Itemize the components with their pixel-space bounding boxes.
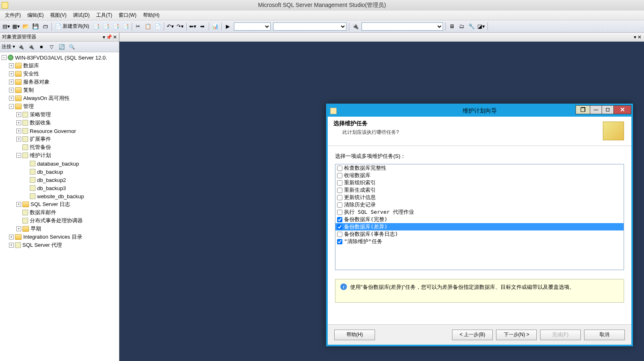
tree-plan[interactable]: database_backup xyxy=(37,161,79,167)
panel-dropdown-icon[interactable]: ▾ xyxy=(103,34,105,40)
task-checkbox[interactable] xyxy=(337,180,342,186)
tree-security[interactable]: 安全性 xyxy=(23,70,39,78)
execute-button[interactable]: ▶ xyxy=(223,22,232,31)
tree-legacy[interactable]: 早期 xyxy=(31,225,41,233)
xmla-query-button[interactable]: 📑 xyxy=(121,22,130,31)
tree-toggle[interactable]: + xyxy=(9,71,14,76)
task-item[interactable]: 备份数据库(事务日志) xyxy=(335,230,624,238)
tree-plan[interactable]: db_backup xyxy=(37,169,63,175)
menu-view[interactable]: 视图(V) xyxy=(47,11,70,20)
task-checkbox[interactable] xyxy=(337,210,342,215)
task-checkbox[interactable] xyxy=(337,239,342,244)
tree-toggle[interactable]: + xyxy=(16,112,21,117)
menu-debug[interactable]: 调试(D) xyxy=(70,11,93,20)
new-query-button[interactable]: 📄新建查询(N) xyxy=(53,23,91,30)
tree-toggle[interactable]: + xyxy=(9,88,14,93)
new-project-button[interactable]: ▤▾ xyxy=(2,22,11,31)
tree-server-objects[interactable]: 服务器对象 xyxy=(23,78,50,86)
activity-monitor-button[interactable]: 📊 xyxy=(211,22,220,31)
menu-window[interactable]: 窗口(W) xyxy=(115,11,139,20)
tree-managedbackup[interactable]: 托管备份 xyxy=(30,144,51,151)
tree-policy[interactable]: 策略管理 xyxy=(30,111,51,118)
tree-datacollection[interactable]: 数据收集 xyxy=(30,119,51,126)
paste-button[interactable]: 📄 xyxy=(153,22,162,31)
tree-toggle[interactable]: + xyxy=(16,128,21,133)
menu-help[interactable]: 帮助(H) xyxy=(140,11,163,20)
debug-combo[interactable] xyxy=(273,22,346,31)
menu-file[interactable]: 文件(F) xyxy=(2,11,24,20)
minimize-button[interactable]: — xyxy=(590,105,602,114)
object-explorer-button[interactable]: 🗂 xyxy=(457,22,466,31)
tree-toggle[interactable]: + xyxy=(16,137,21,142)
template-explorer-button[interactable]: 🔧 xyxy=(467,22,476,31)
task-item[interactable]: "清除维护"任务 xyxy=(335,238,624,245)
tree-management[interactable]: 管理 xyxy=(23,103,34,110)
tree-agent[interactable]: SQL Server 代理 xyxy=(22,241,62,249)
menu-tools[interactable]: 工具(T) xyxy=(93,11,115,20)
stop-icon[interactable]: ■ xyxy=(37,42,46,51)
task-item[interactable]: 备份数据库(差异) xyxy=(335,223,624,230)
task-item[interactable]: 更新统计信息 xyxy=(335,194,624,201)
task-item[interactable]: 收缩数据库 xyxy=(335,172,624,179)
task-item[interactable]: 重新生成索引 xyxy=(335,186,624,194)
tree-toggle[interactable]: + xyxy=(9,235,14,239)
task-item[interactable]: 重新组织索引 xyxy=(335,179,624,186)
save-all-button[interactable]: 🗃 xyxy=(41,22,50,31)
next-button[interactable]: 下一步(N) > xyxy=(496,330,537,340)
task-item[interactable]: 执行 SQL Server 代理作业 xyxy=(335,208,624,216)
tree-toggle[interactable]: + xyxy=(9,96,14,101)
mdx-query-button[interactable]: 📑 xyxy=(101,22,110,31)
task-item[interactable]: 清除历史记录 xyxy=(335,201,624,208)
restore-down-icon[interactable]: ❐ xyxy=(576,105,590,114)
task-checkbox[interactable] xyxy=(337,232,342,237)
tree[interactable]: −WIN-83FVDG3ALVL (SQL Server 12.0. +数据库 … xyxy=(0,52,119,361)
connect-dropdown[interactable]: 连接 ▾ xyxy=(2,43,15,50)
tree-toggle[interactable]: + xyxy=(16,120,21,125)
filter-icon[interactable]: ▽ xyxy=(47,42,56,51)
tree-toggle[interactable]: − xyxy=(16,153,21,158)
refresh-icon[interactable]: 🔄 xyxy=(57,42,66,51)
open-file-button[interactable]: 📂 xyxy=(21,22,30,31)
task-checkbox[interactable] xyxy=(337,195,342,200)
copy-button[interactable]: 📋 xyxy=(143,22,152,31)
registered-servers-button[interactable]: 🖥 xyxy=(448,22,457,31)
tree-toggle[interactable]: − xyxy=(9,104,14,109)
tree-resourcegovernor[interactable]: Resource Governor xyxy=(30,128,76,134)
server-combo[interactable] xyxy=(362,22,443,31)
tree-toggle[interactable]: + xyxy=(16,226,21,231)
task-checkbox[interactable] xyxy=(337,202,342,208)
tree-maintenanceplans[interactable]: 维护计划 xyxy=(30,152,51,159)
cut-button[interactable]: ✂ xyxy=(134,22,143,31)
task-item[interactable]: 备份数据库(完整) xyxy=(335,216,624,223)
de-query-button[interactable]: 📑 xyxy=(92,22,101,31)
tree-sqllogs[interactable]: SQL Server 日志 xyxy=(31,201,70,208)
add-button[interactable]: ▦▾ xyxy=(11,22,20,31)
disconnect-icon[interactable]: 🔌 xyxy=(26,42,35,51)
tab-close-icon[interactable]: ▾ ✕ xyxy=(634,34,642,40)
search-icon[interactable]: 🔍 xyxy=(67,42,76,51)
redo-button[interactable]: ↷▾ xyxy=(176,22,185,31)
tree-integration[interactable]: Integration Services 目录 xyxy=(23,233,82,241)
maximize-button[interactable]: ☐ xyxy=(602,105,614,114)
task-checkbox[interactable] xyxy=(337,166,342,171)
tree-plan[interactable]: website_db_backup xyxy=(37,193,84,199)
task-item[interactable]: 检查数据库完整性 xyxy=(335,164,624,172)
tree-toggle[interactable]: + xyxy=(16,202,21,207)
nav-back-button[interactable]: ⬅▾ xyxy=(188,22,197,31)
undo-button[interactable]: ↶▾ xyxy=(166,22,175,31)
nav-fwd-button[interactable]: ➡ xyxy=(198,22,207,31)
tree-dbmail[interactable]: 数据库邮件 xyxy=(30,209,56,216)
properties-button[interactable]: ◪▾ xyxy=(477,22,486,31)
help-button[interactable]: 帮助(H) xyxy=(334,330,375,340)
tree-extendedevents[interactable]: 扩展事件 xyxy=(30,135,51,143)
connect-icon[interactable]: 🔌 xyxy=(16,42,25,51)
database-combo[interactable] xyxy=(234,22,271,31)
task-checkbox[interactable] xyxy=(337,188,342,193)
task-list[interactable]: 检查数据库完整性收缩数据库重新组织索引重新生成索引更新统计信息清除历史记录执行 … xyxy=(335,164,624,270)
tree-plan[interactable]: db_backup3 xyxy=(37,185,66,191)
tree-plan[interactable]: db_backup2 xyxy=(37,177,66,183)
cancel-button[interactable]: 取消 xyxy=(584,330,625,340)
tree-toggle[interactable]: + xyxy=(9,243,14,248)
tree-dtc[interactable]: 分布式事务处理协调器 xyxy=(30,217,83,224)
tree-server[interactable]: WIN-83FVDG3ALVL (SQL Server 12.0. xyxy=(15,55,107,61)
